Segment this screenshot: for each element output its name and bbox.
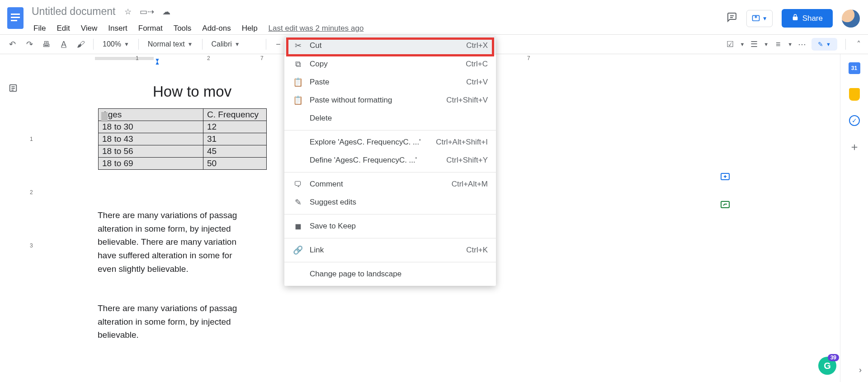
paint-format-button[interactable]: 🖌 <box>73 37 89 52</box>
bulleted-list-button[interactable]: ☰ <box>746 37 762 52</box>
editing-mode-button[interactable]: ✎ ▼ <box>811 38 837 51</box>
document-title-input[interactable]: Untitled document <box>29 5 118 19</box>
paragraph-line[interactable]: alteration in some form, by injected <box>98 222 265 236</box>
cloud-status-icon[interactable]: ☁ <box>162 7 170 17</box>
context-menu-label: Suggest edits <box>310 198 488 207</box>
context-menu-cut[interactable]: ✂ Cut Ctrl+X <box>284 36 496 55</box>
grammarly-button[interactable]: G 39 <box>818 357 836 375</box>
menu-help[interactable]: Help <box>237 22 262 35</box>
cut-icon: ✂ <box>292 41 304 51</box>
keep-app-icon[interactable] <box>849 89 860 100</box>
open-comments-icon[interactable] <box>726 12 737 25</box>
context-menu-separator <box>284 130 496 130</box>
paragraph-line[interactable]: There are many variations of passag <box>98 209 265 222</box>
get-addons-icon[interactable]: ＋ <box>849 141 860 153</box>
more-toolbar-button[interactable]: ⋯ <box>794 37 810 52</box>
selection-indicator <box>101 112 108 122</box>
context-menu-landscape[interactable]: Change page to landscape <box>284 265 496 283</box>
paragraph-line[interactable]: There are many variations of passag <box>98 302 265 315</box>
context-menu-link[interactable]: 🔗 Link Ctrl+K <box>284 241 496 259</box>
context-menu-suggest[interactable]: ✎ Suggest edits <box>284 193 496 211</box>
context-menu-copy[interactable]: ⧉ Copy Ctrl+C <box>284 55 496 73</box>
table-cell[interactable]: 50 <box>203 158 267 170</box>
menu-format[interactable]: Format <box>134 22 167 35</box>
table-cell[interactable]: 45 <box>203 145 267 158</box>
present-dropdown[interactable]: ▼ <box>746 10 773 27</box>
caret-down-icon[interactable]: ▼ <box>740 42 745 47</box>
move-icon[interactable]: ▭⇢ <box>140 7 154 17</box>
data-table[interactable]: Ages C. Frequency 18 to 3012 18 to 4331 … <box>98 108 267 170</box>
context-menu-label: Paste <box>310 78 466 87</box>
context-menu-comment[interactable]: 🗨 Comment Ctrl+Alt+M <box>284 175 496 193</box>
svg-rect-1 <box>11 14 20 15</box>
tasks-app-icon[interactable]: ✓ <box>849 115 860 126</box>
caret-down-icon[interactable]: ▼ <box>788 42 793 47</box>
add-comment-button[interactable] <box>714 166 736 188</box>
indent-marker-left[interactable]: ▲ <box>155 60 160 66</box>
context-menu-delete[interactable]: Delete <box>284 109 496 127</box>
paragraph-line[interactable]: believable. There are many variation <box>98 235 265 249</box>
context-menu-label: Paste without formatting <box>310 96 446 105</box>
show-side-panel-icon[interactable]: › <box>859 365 862 375</box>
context-menu-save-keep[interactable]: ◼ Save to Keep <box>284 217 496 235</box>
context-menu-shortcut: Ctrl+Shift+Y <box>446 156 488 165</box>
table-row[interactable]: 18 to 6950 <box>99 158 267 170</box>
context-menu-shortcut: Ctrl+Alt+Shift+I <box>436 138 488 147</box>
lock-icon <box>792 14 799 23</box>
paragraph-style-select[interactable]: Normal text▼ <box>143 38 198 50</box>
hruler-tick: 7 <box>527 55 530 61</box>
calendar-app-icon[interactable]: 31 <box>849 62 860 74</box>
suggest-edits-button[interactable] <box>714 194 736 216</box>
spellcheck-button[interactable]: A <box>56 37 71 52</box>
table-header-cell[interactable]: C. Frequency <box>203 109 267 121</box>
account-avatar[interactable] <box>842 9 860 28</box>
context-menu-explore[interactable]: Explore 'AgesC. FrequencyC. ...' Ctrl+Al… <box>284 133 496 151</box>
menu-insert[interactable]: Insert <box>104 22 132 35</box>
table-header-cell[interactable]: Ages <box>99 109 203 121</box>
table-row[interactable]: 18 to 4331 <box>99 133 267 145</box>
zoom-select[interactable]: 100%▼ <box>98 38 134 50</box>
last-edit-link[interactable]: Last edit was 2 minutes ago <box>264 22 368 35</box>
table-cell[interactable]: 18 to 69 <box>99 158 203 170</box>
comment-icon: 🗨 <box>292 180 304 189</box>
paragraph-line[interactable]: even slightly believable. <box>98 262 265 276</box>
context-menu-separator <box>284 262 496 262</box>
menu-edit[interactable]: Edit <box>52 22 74 35</box>
paragraph-line[interactable]: believable. <box>98 328 265 342</box>
font-select[interactable]: Calibri▼ <box>207 38 261 50</box>
vertical-ruler[interactable]: 1 2 3 <box>26 54 39 382</box>
document-outline-icon[interactable] <box>8 83 18 95</box>
docs-logo[interactable] <box>5 5 25 31</box>
table-row[interactable]: 18 to 5645 <box>99 145 267 158</box>
star-icon[interactable]: ☆ <box>124 7 132 17</box>
svg-rect-3 <box>11 20 17 21</box>
redo-button[interactable]: ↷ <box>22 37 37 52</box>
context-menu-paste-plain[interactable]: 📋 Paste without formatting Ctrl+Shift+V <box>284 91 496 109</box>
table-cell[interactable]: 12 <box>203 121 267 133</box>
paragraph-line[interactable]: have suffered alteration in some for <box>98 249 265 262</box>
table-row[interactable]: 18 to 3012 <box>99 121 267 133</box>
menu-view[interactable]: View <box>76 22 102 35</box>
context-menu-define[interactable]: Define 'AgesC. FrequencyC. ...' Ctrl+Shi… <box>284 151 496 169</box>
table-cell[interactable]: 18 to 56 <box>99 145 203 158</box>
print-button[interactable]: 🖶 <box>39 37 54 52</box>
hide-menus-button[interactable]: ˄ <box>854 37 863 52</box>
caret-down-icon[interactable]: ▼ <box>764 42 769 47</box>
context-menu-paste[interactable]: 📋 Paste Ctrl+V <box>284 73 496 91</box>
context-menu-label: Change page to landscape <box>310 270 488 279</box>
font-size-decrease[interactable]: − <box>271 37 286 52</box>
table-cell[interactable]: 18 to 30 <box>99 121 203 133</box>
context-menu-label: Cut <box>310 41 466 50</box>
undo-button[interactable]: ↶ <box>5 37 20 52</box>
menu-addons[interactable]: Add-ons <box>198 22 235 35</box>
menu-tools[interactable]: Tools <box>169 22 196 35</box>
numbered-list-button[interactable]: ≡ <box>770 37 786 52</box>
menu-file[interactable]: File <box>29 22 50 35</box>
context-menu-shortcut: Ctrl+C <box>466 60 488 69</box>
paragraph-line[interactable]: alteration in some form, by injected <box>98 315 265 329</box>
table-cell[interactable]: 31 <box>203 133 267 145</box>
table-row[interactable]: Ages C. Frequency <box>99 109 267 121</box>
checklist-button[interactable]: ☑ <box>722 37 738 52</box>
table-cell[interactable]: 18 to 43 <box>99 133 203 145</box>
share-button[interactable]: Share <box>782 9 833 28</box>
